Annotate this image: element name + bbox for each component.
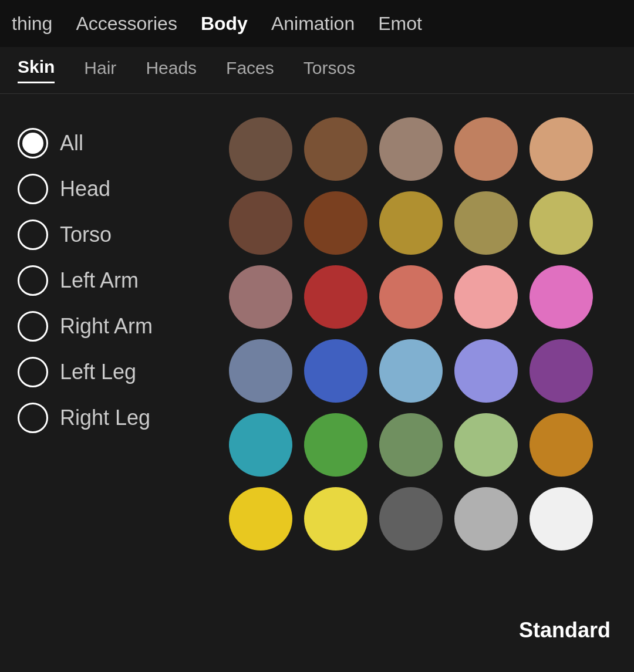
color-row-1 xyxy=(223,191,622,255)
radio-all[interactable] xyxy=(18,128,48,158)
color-swatch-0-4[interactable] xyxy=(530,117,593,181)
color-row-2 xyxy=(223,265,622,329)
label-right-arm: Right Arm xyxy=(60,314,153,339)
color-swatch-5-3[interactable] xyxy=(454,487,518,551)
top-nav: thing Accessories Body Animation Emot xyxy=(0,0,634,47)
color-swatch-1-0[interactable] xyxy=(229,191,292,255)
color-swatch-2-2[interactable] xyxy=(379,265,443,329)
color-row-5 xyxy=(223,487,622,551)
color-swatch-0-2[interactable] xyxy=(379,117,443,181)
tab-skin[interactable]: Skin xyxy=(18,57,55,83)
color-swatch-3-0[interactable] xyxy=(229,339,292,403)
nav-item-clothing[interactable]: thing xyxy=(12,13,52,35)
color-swatch-1-3[interactable] xyxy=(454,191,518,255)
color-swatch-3-2[interactable] xyxy=(379,339,443,403)
label-left-leg: Left Leg xyxy=(60,360,136,384)
color-swatch-2-1[interactable] xyxy=(304,265,367,329)
color-panel: Standard xyxy=(223,112,622,654)
color-swatch-3-1[interactable] xyxy=(304,339,367,403)
color-swatch-4-0[interactable] xyxy=(229,413,292,477)
tab-faces[interactable]: Faces xyxy=(226,58,274,83)
color-swatch-0-1[interactable] xyxy=(304,117,367,181)
body-parts-panel: All Head Torso Left Arm Right Arm Left L… xyxy=(12,112,211,654)
color-swatch-5-0[interactable] xyxy=(229,487,292,551)
tab-hair[interactable]: Hair xyxy=(84,58,116,83)
color-swatch-5-2[interactable] xyxy=(379,487,443,551)
radio-torso[interactable] xyxy=(18,220,48,250)
body-part-right-arm[interactable]: Right Arm xyxy=(12,306,211,346)
color-swatch-4-4[interactable] xyxy=(530,413,593,477)
label-torso: Torso xyxy=(60,222,112,247)
color-swatch-2-4[interactable] xyxy=(530,265,593,329)
nav-item-accessories[interactable]: Accessories xyxy=(76,13,177,35)
radio-head[interactable] xyxy=(18,174,48,204)
color-row-4 xyxy=(223,413,622,477)
label-all: All xyxy=(60,131,83,156)
color-swatch-1-2[interactable] xyxy=(379,191,443,255)
main-content: All Head Torso Left Arm Right Arm Left L… xyxy=(0,94,634,672)
tab-heads[interactable]: Heads xyxy=(146,58,197,83)
nav-item-emotes[interactable]: Emot xyxy=(378,13,422,35)
color-swatch-4-2[interactable] xyxy=(379,413,443,477)
nav-item-animation[interactable]: Animation xyxy=(271,13,355,35)
body-part-left-leg[interactable]: Left Leg xyxy=(12,352,211,392)
color-swatch-4-3[interactable] xyxy=(454,413,518,477)
color-swatch-2-3[interactable] xyxy=(454,265,518,329)
body-part-head[interactable]: Head xyxy=(12,169,211,209)
body-part-all[interactable]: All xyxy=(12,123,211,163)
color-swatch-5-1[interactable] xyxy=(304,487,367,551)
color-swatch-5-4[interactable] xyxy=(530,487,593,551)
color-swatch-2-0[interactable] xyxy=(229,265,292,329)
color-swatch-0-0[interactable] xyxy=(229,117,292,181)
color-swatch-0-3[interactable] xyxy=(454,117,518,181)
radio-left-leg[interactable] xyxy=(18,357,48,387)
color-swatch-3-4[interactable] xyxy=(530,339,593,403)
radio-right-leg[interactable] xyxy=(18,403,48,433)
body-part-torso[interactable]: Torso xyxy=(12,215,211,255)
color-swatch-1-4[interactable] xyxy=(530,191,593,255)
color-swatch-1-1[interactable] xyxy=(304,191,367,255)
color-swatch-4-1[interactable] xyxy=(304,413,367,477)
color-row-0 xyxy=(223,117,622,181)
standard-label: Standard xyxy=(223,618,622,654)
nav-item-body[interactable]: Body xyxy=(201,13,248,35)
label-head: Head xyxy=(60,177,110,201)
color-swatch-3-3[interactable] xyxy=(454,339,518,403)
sub-tabs: Skin Hair Heads Faces Torsos xyxy=(0,47,634,94)
radio-left-arm[interactable] xyxy=(18,265,48,296)
body-part-left-arm[interactable]: Left Arm xyxy=(12,261,211,300)
radio-right-arm[interactable] xyxy=(18,311,48,342)
label-left-arm: Left Arm xyxy=(60,268,139,293)
tab-torsos[interactable]: Torsos xyxy=(303,58,355,83)
label-right-leg: Right Leg xyxy=(60,406,150,430)
body-part-right-leg[interactable]: Right Leg xyxy=(12,398,211,438)
color-row-3 xyxy=(223,339,622,403)
